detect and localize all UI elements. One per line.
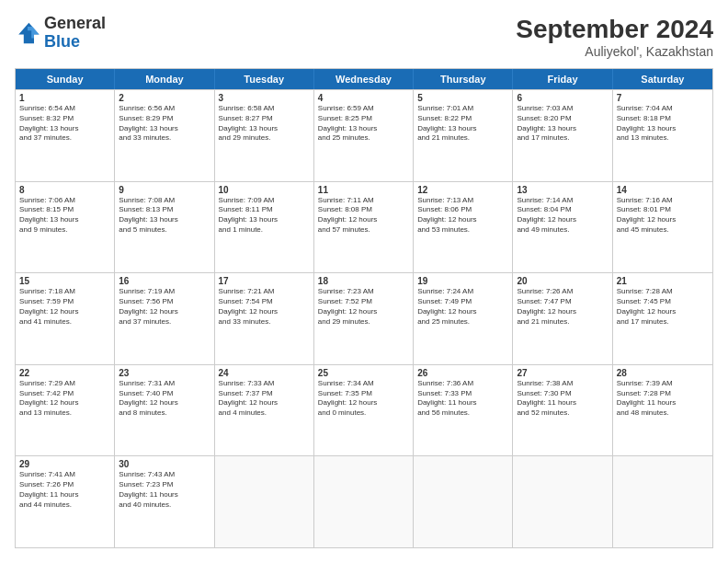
logo-icon [15,20,40,46]
cell-text: Sunrise: 7:36 AMSunset: 7:33 PMDaylight:… [417,379,508,419]
cell-text: Sunrise: 6:59 AMSunset: 8:25 PMDaylight:… [318,104,409,144]
cal-cell: 3Sunrise: 6:58 AMSunset: 8:27 PMDaylight… [215,90,314,181]
day-number: 22 [19,368,110,378]
cell-text: Sunrise: 7:08 AMSunset: 8:13 PMDaylight:… [119,196,210,236]
header-day-saturday: Saturday [613,69,712,89]
cal-cell: 15Sunrise: 7:18 AMSunset: 7:59 PMDayligh… [16,273,115,364]
day-number: 8 [19,185,110,195]
cal-cell: 7Sunrise: 7:04 AMSunset: 8:18 PMDaylight… [613,90,712,181]
cal-cell: 9Sunrise: 7:08 AMSunset: 8:13 PMDaylight… [115,182,214,273]
page: General Blue September 2024 Auliyekol', … [0,0,728,563]
day-number: 2 [119,93,210,103]
cal-cell: 20Sunrise: 7:26 AMSunset: 7:47 PMDayligh… [513,273,612,364]
day-number: 17 [219,276,310,286]
cell-text: Sunrise: 7:33 AMSunset: 7:37 PMDaylight:… [219,379,310,419]
title-block: September 2024 Auliyekol', Kazakhstan [516,15,713,59]
cal-cell [513,456,612,547]
cell-text: Sunrise: 7:03 AMSunset: 8:20 PMDaylight:… [517,104,608,144]
calendar-body: 1Sunrise: 6:54 AMSunset: 8:32 PMDaylight… [16,89,712,547]
cell-text: Sunrise: 7:28 AMSunset: 7:45 PMDaylight:… [617,287,709,327]
day-number: 1 [19,93,110,103]
cal-cell: 18Sunrise: 7:23 AMSunset: 7:52 PMDayligh… [314,273,414,364]
cal-cell: 1Sunrise: 6:54 AMSunset: 8:32 PMDaylight… [16,90,115,181]
cell-text: Sunrise: 6:56 AMSunset: 8:29 PMDaylight:… [119,104,210,144]
day-number: 25 [318,368,409,378]
cell-text: Sunrise: 7:06 AMSunset: 8:15 PMDaylight:… [19,196,110,236]
main-title: September 2024 [516,15,713,44]
cal-cell: 5Sunrise: 7:01 AMSunset: 8:22 PMDaylight… [414,90,513,181]
day-number: 9 [119,185,210,195]
cell-text: Sunrise: 6:54 AMSunset: 8:32 PMDaylight:… [19,104,110,144]
cal-cell [613,456,712,547]
header-day-sunday: Sunday [16,69,115,89]
day-number: 28 [617,368,709,378]
day-number: 6 [517,93,608,103]
cell-text: Sunrise: 7:24 AMSunset: 7:49 PMDaylight:… [417,287,508,327]
header-day-wednesday: Wednesday [314,69,414,89]
cal-cell: 17Sunrise: 7:21 AMSunset: 7:54 PMDayligh… [215,273,314,364]
subtitle: Auliyekol', Kazakhstan [516,44,713,59]
day-number: 20 [517,276,608,286]
cal-row-2: 15Sunrise: 7:18 AMSunset: 7:59 PMDayligh… [16,272,712,364]
cell-text: Sunrise: 7:38 AMSunset: 7:30 PMDaylight:… [517,379,608,419]
cell-text: Sunrise: 7:14 AMSunset: 8:04 PMDaylight:… [517,196,608,236]
cell-text: Sunrise: 7:18 AMSunset: 7:59 PMDaylight:… [19,287,110,327]
cell-text: Sunrise: 6:58 AMSunset: 8:27 PMDaylight:… [219,104,310,144]
header-day-monday: Monday [115,69,214,89]
cal-cell [314,456,414,547]
cal-cell: 22Sunrise: 7:29 AMSunset: 7:42 PMDayligh… [16,365,115,456]
cal-cell: 14Sunrise: 7:16 AMSunset: 8:01 PMDayligh… [613,182,712,273]
cell-text: Sunrise: 7:13 AMSunset: 8:06 PMDaylight:… [417,196,508,236]
cal-cell: 6Sunrise: 7:03 AMSunset: 8:20 PMDaylight… [513,90,612,181]
cell-text: Sunrise: 7:39 AMSunset: 7:28 PMDaylight:… [617,379,709,419]
cal-cell: 8Sunrise: 7:06 AMSunset: 8:15 PMDaylight… [16,182,115,273]
cal-row-4: 29Sunrise: 7:41 AMSunset: 7:26 PMDayligh… [16,455,712,547]
cal-cell: 16Sunrise: 7:19 AMSunset: 7:56 PMDayligh… [115,273,214,364]
cell-text: Sunrise: 7:21 AMSunset: 7:54 PMDaylight:… [219,287,310,327]
cell-text: Sunrise: 7:16 AMSunset: 8:01 PMDaylight:… [617,196,709,236]
cal-cell: 2Sunrise: 6:56 AMSunset: 8:29 PMDaylight… [115,90,214,181]
cal-cell: 12Sunrise: 7:13 AMSunset: 8:06 PMDayligh… [414,182,513,273]
day-number: 21 [617,276,709,286]
day-number: 7 [617,93,709,103]
logo-text: General Blue [44,15,106,52]
day-number: 29 [19,459,110,469]
cal-cell: 26Sunrise: 7:36 AMSunset: 7:33 PMDayligh… [414,365,513,456]
header-day-thursday: Thursday [414,69,513,89]
cell-text: Sunrise: 7:09 AMSunset: 8:11 PMDaylight:… [219,196,310,236]
cal-cell: 19Sunrise: 7:24 AMSunset: 7:49 PMDayligh… [414,273,513,364]
day-number: 24 [219,368,310,378]
cell-text: Sunrise: 7:31 AMSunset: 7:40 PMDaylight:… [119,379,210,419]
cal-cell: 10Sunrise: 7:09 AMSunset: 8:11 PMDayligh… [215,182,314,273]
header: General Blue September 2024 Auliyekol', … [15,15,713,59]
day-number: 5 [417,93,508,103]
header-day-tuesday: Tuesday [215,69,314,89]
day-number: 13 [517,185,608,195]
day-number: 27 [517,368,608,378]
calendar-header: SundayMondayTuesdayWednesdayThursdayFrid… [16,69,712,89]
cal-cell: 4Sunrise: 6:59 AMSunset: 8:25 PMDaylight… [314,90,414,181]
cal-row-1: 8Sunrise: 7:06 AMSunset: 8:15 PMDaylight… [16,181,712,273]
day-number: 12 [417,185,508,195]
day-number: 16 [119,276,210,286]
day-number: 30 [119,459,210,469]
cal-cell: 13Sunrise: 7:14 AMSunset: 8:04 PMDayligh… [513,182,612,273]
header-day-friday: Friday [513,69,612,89]
cal-cell: 24Sunrise: 7:33 AMSunset: 7:37 PMDayligh… [215,365,314,456]
day-number: 3 [219,93,310,103]
cell-text: Sunrise: 7:01 AMSunset: 8:22 PMDaylight:… [417,104,508,144]
day-number: 18 [318,276,409,286]
day-number: 19 [417,276,508,286]
cal-cell: 29Sunrise: 7:41 AMSunset: 7:26 PMDayligh… [16,456,115,547]
cell-text: Sunrise: 7:19 AMSunset: 7:56 PMDaylight:… [119,287,210,327]
calendar: SundayMondayTuesdayWednesdayThursdayFrid… [15,68,713,548]
cal-row-3: 22Sunrise: 7:29 AMSunset: 7:42 PMDayligh… [16,364,712,456]
cal-cell: 21Sunrise: 7:28 AMSunset: 7:45 PMDayligh… [613,273,712,364]
cell-text: Sunrise: 7:29 AMSunset: 7:42 PMDaylight:… [19,379,110,419]
cal-row-0: 1Sunrise: 6:54 AMSunset: 8:32 PMDaylight… [16,89,712,181]
cell-text: Sunrise: 7:34 AMSunset: 7:35 PMDaylight:… [318,379,409,419]
cell-text: Sunrise: 7:04 AMSunset: 8:18 PMDaylight:… [617,104,709,144]
cal-cell [414,456,513,547]
cal-cell: 28Sunrise: 7:39 AMSunset: 7:28 PMDayligh… [613,365,712,456]
day-number: 26 [417,368,508,378]
